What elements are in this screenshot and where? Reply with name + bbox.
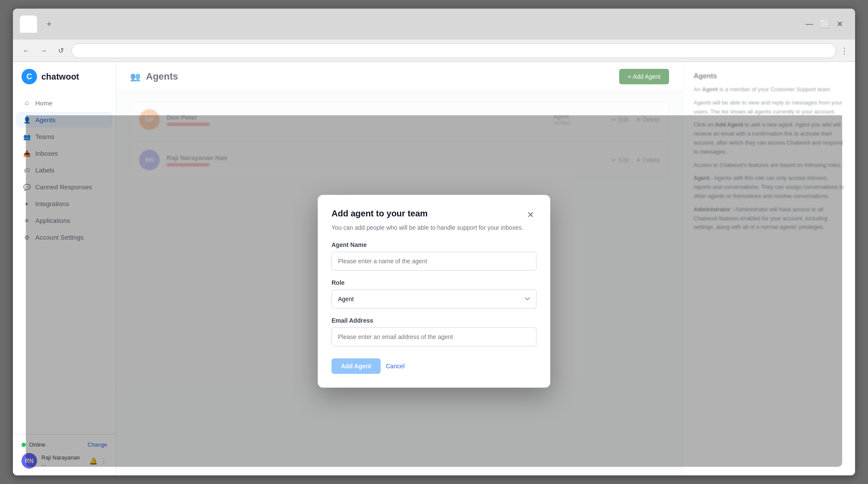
- home-icon: ⌂: [22, 99, 31, 107]
- browser-toolbar: ← → ↺ ⋮: [13, 40, 855, 62]
- browser-titlebar: + — ⬜ ✕: [13, 9, 855, 40]
- logo-icon: C: [22, 69, 37, 84]
- browser-tab[interactable]: [20, 15, 37, 33]
- page-title-area: 👥 Agents: [130, 71, 178, 82]
- role-select[interactable]: Agent Administrator: [332, 290, 536, 308]
- browser-menu-button[interactable]: ⋮: [840, 46, 848, 55]
- panel-text-2: Agents will be able to view and reply to…: [694, 99, 845, 117]
- refresh-button[interactable]: ↺: [54, 44, 67, 57]
- add-agent-header-button[interactable]: + Add Agent: [619, 69, 669, 84]
- modal-actions: Add Agent Cancel: [332, 358, 536, 374]
- modal-add-agent-button[interactable]: Add Agent: [332, 358, 381, 374]
- modal-overlay: Add agent to your team ✕ You can add peo…: [26, 115, 842, 467]
- agent-name-group: Agent Name: [332, 241, 536, 271]
- add-tab-button[interactable]: +: [42, 17, 56, 31]
- modal-dialog: Add agent to your team ✕ You can add peo…: [318, 195, 550, 388]
- modal-cancel-button[interactable]: Cancel: [386, 363, 405, 370]
- agent-name-label: Agent Name: [332, 241, 536, 248]
- agent-name-input[interactable]: [332, 252, 536, 271]
- sidebar-item-home[interactable]: ⌂ Home: [16, 95, 112, 111]
- maximize-icon[interactable]: ⬜: [820, 19, 830, 29]
- modal-header: Add agent to your team ✕: [332, 209, 536, 221]
- close-icon[interactable]: ✕: [837, 19, 843, 29]
- modal-title: Add agent to your team: [332, 209, 428, 219]
- address-bar[interactable]: [71, 43, 836, 58]
- forward-button[interactable]: →: [37, 44, 50, 57]
- page-title: Agents: [146, 71, 178, 82]
- email-group: Email Address: [332, 317, 536, 346]
- modal-close-button[interactable]: ✕: [524, 209, 536, 221]
- minimize-icon[interactable]: —: [806, 19, 813, 29]
- role-group: Role Agent Administrator: [332, 279, 536, 308]
- panel-title: Agents: [694, 72, 845, 80]
- page-header: 👥 Agents + Add Agent: [116, 62, 683, 92]
- email-input[interactable]: [332, 327, 536, 346]
- logo-text: chatwoot: [41, 72, 79, 82]
- page-icon: 👥: [130, 71, 141, 82]
- back-button[interactable]: ←: [20, 44, 33, 57]
- email-label: Email Address: [332, 317, 536, 324]
- modal-subtitle: You can add people who will be able to h…: [332, 224, 536, 231]
- role-label: Role: [332, 279, 536, 286]
- logo: C chatwoot: [13, 69, 116, 95]
- panel-text-1: An Agent is a member of your Customer Su…: [694, 85, 845, 94]
- status-dot: [22, 443, 26, 447]
